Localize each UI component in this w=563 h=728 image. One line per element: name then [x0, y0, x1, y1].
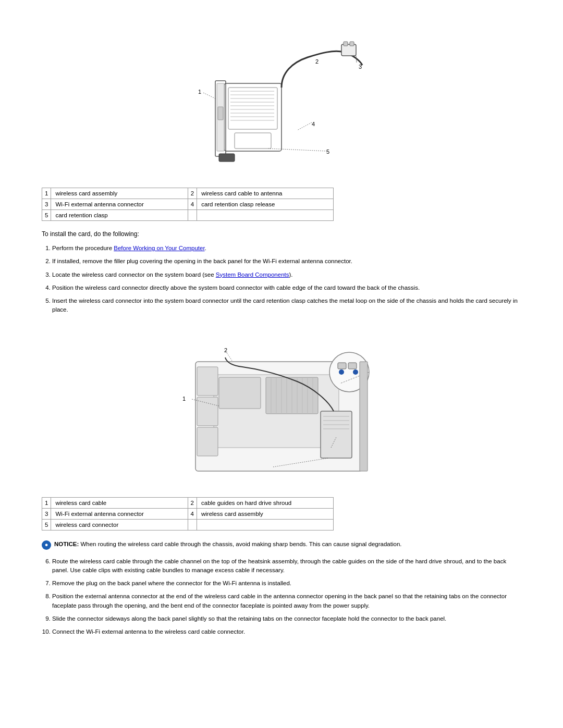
diagram1-svg: 1 2 3 4 5 [182, 31, 381, 177]
step-7: Remove the plug on the back panel where … [52, 579, 521, 588]
step4-text: Position the wireless card connector dir… [52, 285, 420, 291]
table1-r3-num1: 5 [42, 210, 51, 221]
step-4: Position the wireless card connector dir… [52, 283, 521, 292]
table2-row2: 3 Wi-Fi external antenna connector 4 wir… [42, 508, 334, 519]
antenna-connector-tab1 [344, 42, 348, 46]
notice-label: NOTICE: [54, 541, 79, 547]
table1-r3-label1: card retention clasp [51, 210, 188, 221]
detail-connector1 [338, 363, 346, 369]
diagram1-container: 1 2 3 4 5 [42, 31, 521, 177]
table2-r3-label2 [197, 519, 333, 530]
table1-r2-label1: Wi-Fi external antenna connector [51, 199, 188, 210]
step1-link[interactable]: Before Working on Your Computer [114, 245, 204, 251]
step-8: Position the external antenna connector … [52, 592, 521, 610]
card-body [224, 83, 282, 151]
steps-list-1: Perform the procedure Before Working on … [52, 244, 521, 315]
diagram1-label2: 2 [315, 58, 319, 65]
table2-r2-label1: Wi-Fi external antenna connector [51, 508, 188, 519]
detail-connector2 [348, 363, 357, 369]
parts-table-1: 1 wireless card assembly 2 wireless card… [42, 188, 334, 221]
step7-text: Remove the plug on the back panel where … [52, 580, 291, 586]
table2-r1-num2: 2 [188, 497, 197, 508]
step9-text: Slide the connector sideways along the b… [52, 615, 446, 622]
step8-text: Position the external antenna connector … [52, 593, 507, 608]
step-6: Route the wireless card cable through th… [52, 557, 521, 575]
table1-r1-label2: wireless card cable to antenna [197, 188, 334, 199]
table1-r3-num2 [188, 210, 197, 221]
table1-r3-label2 [197, 210, 334, 221]
step-1: Perform the procedure Before Working on … [52, 244, 521, 253]
parts-table-2: 1 wireless card cable 2 cable guides on … [42, 497, 334, 530]
svg-line-11 [297, 122, 312, 130]
table2-r2-num1: 3 [42, 508, 51, 519]
table2-r2-num2: 4 [188, 508, 197, 519]
hd-shroud [219, 377, 261, 409]
table2-r3-label1: wireless card connector [51, 519, 188, 530]
step-10: Connect the Wi-Fi external antenna to th… [52, 627, 521, 636]
d2-label2: 2 [224, 347, 227, 353]
antenna-connector-tab2 [350, 42, 354, 46]
table2-r3-num1: 5 [42, 519, 51, 530]
table2-row1: 1 wireless card cable 2 cable guides on … [42, 497, 334, 508]
cable-path [282, 51, 362, 88]
table2-r2-label2: wireless card assembly [197, 508, 333, 519]
notice-icon: ● [42, 540, 51, 550]
card-connector [235, 133, 271, 149]
notice-container: ● NOTICE: When routing the wireless card… [42, 540, 521, 550]
table2-r1-label1: wireless card cable [51, 497, 188, 508]
step3-text-before: Locate the wireless card connector on th… [52, 272, 216, 278]
table1-row2: 3 Wi-Fi external antenna connector 4 car… [42, 199, 334, 210]
notice-text: NOTICE: When routing the wireless card c… [54, 540, 402, 549]
card-face [228, 88, 277, 129]
diagram1-label5: 5 [326, 149, 329, 155]
table1-r2-num1: 3 [42, 199, 51, 210]
back-panel [360, 362, 368, 471]
drive-bay-1 [197, 367, 218, 396]
table1-r1-num1: 1 [42, 188, 51, 199]
step2-text: If installed, remove the filler plug cov… [52, 258, 352, 264]
step3-text-after: ). [289, 272, 292, 278]
table1-r2-num2: 4 [188, 199, 197, 210]
table2-r3-num2 [188, 519, 197, 530]
svg-line-10 [203, 93, 216, 99]
connector-plug [219, 154, 235, 162]
table2-row3: 5 wireless card connector [42, 519, 334, 530]
wireless-card [321, 411, 352, 458]
table2-r1-num1: 1 [42, 497, 51, 508]
blue-dot-1 [339, 369, 344, 375]
diagram1-label1: 1 [198, 89, 201, 95]
table1-r1-label1: wireless card assembly [51, 188, 188, 199]
step6-text: Route the wireless card cable through th… [52, 558, 506, 573]
step-9: Slide the connector sideways along the b… [52, 614, 521, 623]
step5-text: Insert the wireless card connector into … [52, 298, 518, 313]
table1-r2-label2: card retention clasp release [197, 199, 334, 210]
d2-label1: 1 [182, 396, 186, 402]
bracket-opening [218, 107, 223, 120]
drive-bay-3 [197, 427, 218, 456]
steps-list-2: Route the wireless card cable through th… [52, 557, 521, 637]
blue-dot-2 [353, 369, 358, 375]
step-5: Insert the wireless card connector into … [52, 297, 521, 315]
diagram2-svg: 2 3 1 4 5 [156, 325, 407, 487]
table1-row1: 1 wireless card assembly 2 wireless card… [42, 188, 334, 199]
table1-row3: 5 card retention clasp [42, 210, 334, 221]
intro-text: To install the card, do the following: [42, 230, 521, 238]
step1-text: Perform the procedure [52, 245, 114, 251]
step-2: If installed, remove the filler plug cov… [52, 257, 521, 266]
step3-link[interactable]: System Board Components [216, 272, 289, 278]
step10-text: Connect the Wi-Fi external antenna to th… [52, 628, 245, 635]
notice-body: When routing the wireless card cable thr… [79, 541, 401, 547]
svg-line-9 [356, 56, 357, 63]
table2-r1-label2: cable guides on hard drive shroud [197, 497, 333, 508]
diagram2-container: 2 3 1 4 5 [42, 325, 521, 487]
step-3: Locate the wireless card connector on th… [52, 270, 521, 279]
diagram1-label4: 4 [312, 121, 315, 127]
table1-r1-num2: 2 [188, 188, 197, 199]
step1-text-after: . [205, 245, 206, 251]
